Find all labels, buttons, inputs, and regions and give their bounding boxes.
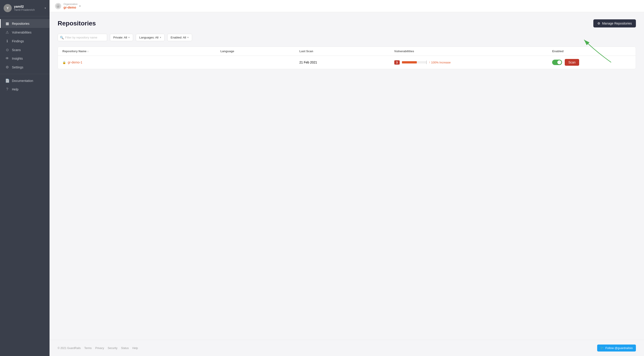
org-name: gr-demo [64,6,78,9]
org-selector[interactable]: Organization gr-demo ▾ [55,3,80,9]
sidebar-item-repositories[interactable]: ▦ Repositories [0,19,50,28]
col-header-enabled: Enabled [552,49,631,53]
user-fullname: Yamil Friadenrich [14,8,44,11]
footer-link-terms[interactable]: Terms [84,347,92,350]
filters-bar: 🔍 Private: All ▾ Languages: All ▾ Enable… [58,34,636,41]
footer-link-help[interactable]: Help [132,347,138,350]
sidebar-item-scans[interactable]: ⊙ Scans [0,45,50,54]
repositories-icon: ▦ [5,21,9,26]
increase-indicator: ↑ 100% Increase [429,61,451,64]
sort-up-icon: ↑ [87,50,89,53]
sidebar-label-vulnerabilities: Vulnerabilities [12,31,32,34]
svg-point-1 [58,5,59,6]
sidebar: Y yamil2 Yamil Friadenrich ▾ ▦ Repositor… [0,0,50,356]
search-wrapper: 🔍 [58,34,107,41]
footer-links: © 2021 GuardRails Terms Privacy Security… [58,347,138,350]
sidebar-item-help[interactable]: ? Help [0,85,50,94]
scans-icon: ⊙ [5,48,9,52]
documentation-icon: 📄 [5,78,9,83]
sidebar-label-settings: Settings [12,65,24,69]
copyright: © 2021 GuardRails [58,347,80,350]
col-header-last-scan: Last Scan [300,49,394,53]
scan-button[interactable]: Scan [565,59,579,66]
sidebar-label-findings: Findings [12,39,24,43]
sidebar-item-insights[interactable]: 👁 Insights [0,54,50,63]
col-header-vulnerabilities: Vulnerabilities [394,49,552,53]
sidebar-label-insights: Insights [12,57,23,60]
insights-icon: 👁 [5,56,9,60]
vuln-bar-wrap [402,61,427,63]
col-header-name: Repository Name ↑ [62,49,220,53]
repo-last-scan: 21 Feb 2021 [300,60,394,64]
main-nav: ▦ Repositories ⚠ Vulnerabilities ℹ Findi… [0,16,50,356]
main-content: Organization gr-demo ▾ Repositories ⚙ Ma… [50,0,644,356]
findings-icon: ℹ [5,39,9,43]
languages-filter-chevron-icon: ▾ [160,36,161,39]
sidebar-label-repositories: Repositories [12,22,30,25]
private-filter[interactable]: Private: All ▾ [110,34,133,41]
sidebar-item-vulnerabilities[interactable]: ⚠ Vulnerabilities [0,28,50,37]
vuln-bar-line [426,60,427,64]
languages-filter[interactable]: Languages: All ▾ [136,34,164,41]
user-chevron-icon: ▾ [44,6,46,10]
footer-link-privacy[interactable]: Privacy [95,347,104,350]
username: yamil2 [14,5,44,8]
page-footer: © 2021 GuardRails Terms Privacy Security… [50,340,644,356]
settings-icon: ⚙ [5,65,9,69]
sidebar-label-documentation: Documentation [12,79,33,83]
manage-repositories-button[interactable]: ⚙ Manage Repositories [593,19,636,27]
org-label: Organization [64,3,78,6]
sidebar-item-settings[interactable]: ⚙ Settings [0,63,50,71]
footer-link-security[interactable]: Security [108,347,117,350]
page-title: Repositories [58,20,96,27]
repo-name-cell: 🔒 gr-demo-1 [62,60,220,64]
table-row: 🔒 gr-demo-1 21 Feb 2021 3 ↑ 100% Increas… [58,56,636,69]
sidebar-label-help: Help [12,87,18,91]
repositories-table: Repository Name ↑ Language Last Scan Vul… [58,46,636,69]
lock-icon: 🔒 [62,61,66,64]
search-input[interactable] [58,34,107,41]
twitter-icon: 🐦 [600,346,604,350]
private-filter-chevron-icon: ▾ [128,36,130,39]
enabled-filter[interactable]: Enabled: All ▾ [167,34,192,41]
table-header: Repository Name ↑ Language Last Scan Vul… [58,47,636,56]
vulnerabilities-icon: ⚠ [5,30,9,34]
page-content: Repositories ⚙ Manage Repositories 🔍 Pri… [50,12,644,340]
repo-link[interactable]: gr-demo-1 [68,60,82,64]
help-icon: ? [5,87,9,91]
footer-link-status[interactable]: Status [121,347,129,350]
sidebar-item-documentation[interactable]: 📄 Documentation [0,76,50,85]
sidebar-item-findings[interactable]: ℹ Findings [0,37,50,45]
search-icon: 🔍 [60,36,64,39]
enabled-toggle[interactable] [552,60,562,65]
user-menu[interactable]: Y yamil2 Yamil Friadenrich ▾ [0,0,50,16]
avatar: Y [4,4,12,12]
arrow-up-icon: ↑ [429,61,430,64]
nav-divider [0,74,50,74]
enabled-cell: Scan [552,59,631,66]
org-icon [55,3,61,9]
org-chevron-icon: ▾ [79,4,80,8]
vuln-badge: 3 [394,60,400,65]
vuln-bar [402,61,417,63]
topbar: Organization gr-demo ▾ [50,0,644,12]
col-header-language: Language [220,49,300,53]
sidebar-label-scans: Scans [12,48,21,52]
vuln-cell: 3 ↑ 100% Increase [394,60,552,65]
page-header: Repositories ⚙ Manage Repositories [58,19,636,27]
enabled-filter-chevron-icon: ▾ [187,36,189,39]
gear-icon: ⚙ [598,21,600,25]
twitter-follow-button[interactable]: 🐦 Follow @guardrailsio [597,345,636,352]
